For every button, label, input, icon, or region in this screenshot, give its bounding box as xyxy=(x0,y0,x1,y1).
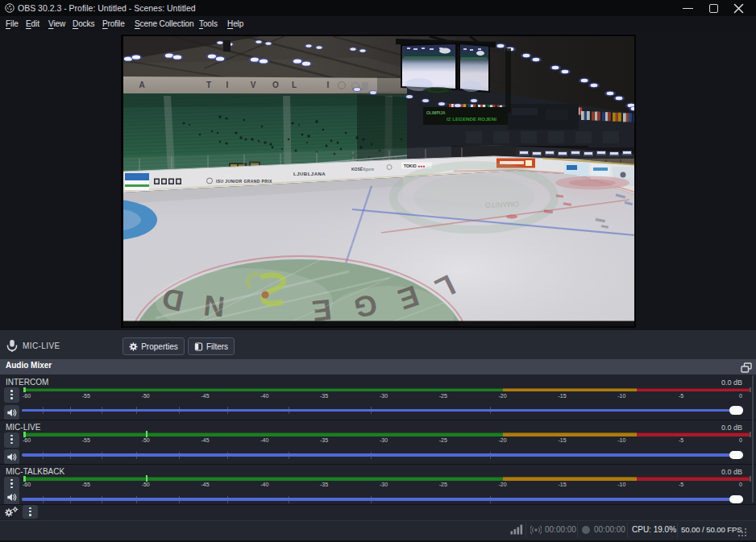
svg-text:I: I xyxy=(226,81,229,89)
svg-text:A: A xyxy=(139,81,144,89)
svg-text:T: T xyxy=(206,81,211,89)
svg-text:ISU JUNIOR GRAND PRIX: ISU JUNIOR GRAND PRIX xyxy=(216,179,272,184)
svg-text:TOKIO ●●●: TOKIO ●●● xyxy=(404,163,425,168)
svg-text:OMANITO: OMANITO xyxy=(485,200,519,209)
svg-text:I: I xyxy=(327,81,330,89)
svg-text:O: O xyxy=(272,81,279,89)
svg-text:L: L xyxy=(292,81,297,89)
svg-text:LJUBLJANA: LJUBLJANA xyxy=(293,172,326,176)
svg-text:V: V xyxy=(251,81,256,89)
svg-text:KOSÉfigure: KOSÉfigure xyxy=(351,166,374,172)
svg-text:IZ LEGENDE ROJENI: IZ LEGENDE ROJENI xyxy=(447,116,496,122)
svg-text:OLIMPIJA: OLIMPIJA xyxy=(426,110,446,115)
